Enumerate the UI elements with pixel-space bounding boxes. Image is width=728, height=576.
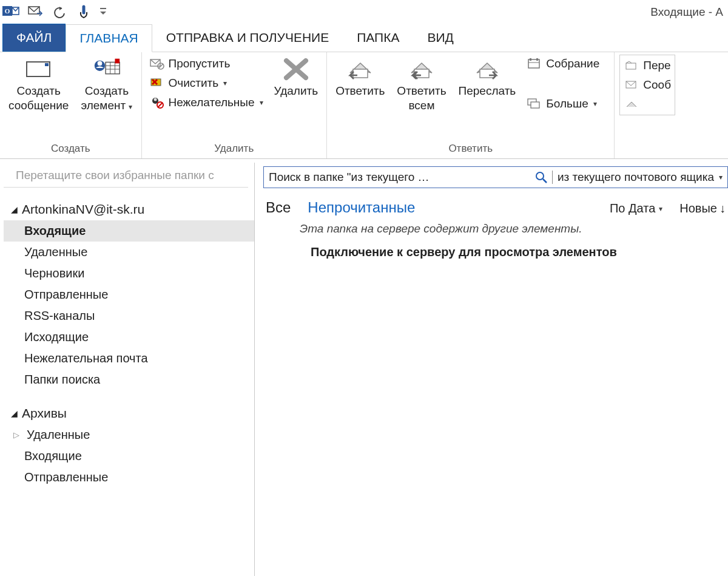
new-mail-label-2: сообщение <box>8 98 69 113</box>
quickstep-item[interactable]: Пере <box>621 58 673 73</box>
reply-icon <box>345 57 376 81</box>
meeting-button[interactable]: Собрание <box>524 56 609 72</box>
folder-rss[interactable]: RSS-каналы <box>4 305 254 327</box>
send-receive-icon[interactable] <box>27 4 44 21</box>
search-bar: Поиск в папке "из текущего … из текущего… <box>263 166 728 188</box>
reply-button[interactable]: Ответить <box>332 55 388 100</box>
ribbon-group-respond: Ответить Ответить всем Переслать <box>327 52 615 158</box>
folder-inbox[interactable]: Входящие <box>4 220 254 242</box>
svg-rect-33 <box>536 58 538 61</box>
more-respond-button[interactable]: Больше▾ <box>524 96 609 112</box>
forward-icon <box>472 57 502 81</box>
filter-all[interactable]: Все <box>266 199 291 216</box>
svg-line-39 <box>543 179 547 183</box>
svg-rect-35 <box>531 102 539 108</box>
ribbon-group-create: Создать сообщение Создать элемент ▾ Созд… <box>0 52 142 158</box>
reply-all-button[interactable]: Ответить всем <box>393 55 450 114</box>
folder-label: Отправленные <box>24 288 108 302</box>
account-label: ArtonkinaNV@it-sk.ru <box>22 202 144 217</box>
new-mail-label-1: Создать <box>17 84 61 98</box>
folder-label: Нежелательная почта <box>24 351 148 365</box>
qat-dropdown-icon[interactable] <box>99 4 107 21</box>
tab-folder[interactable]: ПАПКА <box>343 24 413 52</box>
ignore-button[interactable]: Пропустить <box>147 56 266 72</box>
tab-view[interactable]: ВИД <box>413 24 467 52</box>
svg-rect-9 <box>106 62 120 73</box>
ribbon-group-delete: Пропустить Очистить▾ Нежелательные▾ <box>142 52 328 158</box>
filter-unread[interactable]: Непрочитанные <box>308 199 415 216</box>
folder-label: RSS-каналы <box>24 309 95 323</box>
sort-order-toggle[interactable]: Новые ↓ <box>679 202 726 215</box>
archive-deleted[interactable]: ▷ Удаленные <box>4 424 254 446</box>
connecting-message: Подключение к серверу для просмотра элем… <box>263 240 728 259</box>
delete-icon <box>281 57 311 81</box>
archives-node[interactable]: ◢ Архивы <box>4 390 254 424</box>
quickstep-item[interactable] <box>621 97 673 112</box>
folder-deleted[interactable]: Удаленные <box>4 242 254 263</box>
sort-by-dropdown[interactable]: По Дата ▾ <box>610 202 662 215</box>
archives-label: Архивы <box>22 406 67 421</box>
clean-icon <box>149 76 165 90</box>
quickstep-item[interactable]: Сооб <box>621 77 673 93</box>
new-mail-button[interactable]: Создать сообщение <box>5 55 72 114</box>
ribbon: Создать сообщение Создать элемент ▾ Созд… <box>0 52 728 159</box>
search-input[interactable]: Поиск в папке "из текущего … <box>264 171 553 184</box>
forward-label: Переслать <box>459 84 516 98</box>
svg-rect-36 <box>626 63 636 69</box>
svg-rect-30 <box>528 59 539 68</box>
svg-rect-14 <box>115 59 120 64</box>
ribbon-group-quicksteps: Пере Сооб <box>615 52 680 158</box>
quickstep-label: Сооб <box>643 78 671 92</box>
folder-outbox[interactable]: Исходящие <box>4 327 254 348</box>
search-scope-label: из текущего почтового ящика <box>558 171 714 184</box>
new-item-label-2: элемент <box>81 99 126 112</box>
window-title: Входящие - A <box>650 5 726 19</box>
folder-drafts[interactable]: Черновики <box>4 263 254 284</box>
mail-small-icon <box>624 98 639 111</box>
workspace: Перетащите свои избранные папки с ◢ Arto… <box>0 159 728 576</box>
group-label-quicksteps <box>646 141 649 157</box>
folder-pane: Перетащите свои избранные папки с ◢ Arto… <box>0 163 255 576</box>
tab-send-receive[interactable]: ОТПРАВКА И ПОЛУЧЕНИЕ <box>152 24 343 52</box>
forward-button[interactable]: Переслать <box>455 55 520 100</box>
folder-sent[interactable]: Отправленные <box>4 284 254 305</box>
svg-point-38 <box>536 172 544 180</box>
group-label-delete: Удалить <box>214 141 254 157</box>
archive-sent[interactable]: Отправленные <box>4 467 254 488</box>
new-item-button[interactable]: Создать элемент ▾ <box>77 55 136 114</box>
title-bar: O Входящие - A <box>0 0 728 23</box>
folder-search-folders[interactable]: Папки поиска <box>4 369 254 390</box>
meeting-icon <box>527 57 542 70</box>
folder-label: Удаленные <box>24 245 87 259</box>
folder-junk[interactable]: Нежелательная почта <box>4 348 254 369</box>
new-item-icon <box>92 57 122 81</box>
account-node[interactable]: ◢ ArtonkinaNV@it-sk.ru <box>4 198 254 220</box>
clean-button[interactable]: Очистить▾ <box>147 75 266 91</box>
undo-icon[interactable] <box>51 4 68 21</box>
junk-label: Нежелательные <box>169 96 255 109</box>
delete-button[interactable]: Удалить <box>271 55 322 100</box>
svg-rect-6 <box>45 63 49 66</box>
tab-home[interactable]: ГЛАВНАЯ <box>66 24 152 52</box>
search-scope-dropdown[interactable]: из текущего почтового ящика ▾ <box>553 171 727 184</box>
collapse-arrow-icon: ◢ <box>11 408 19 418</box>
dropdown-caret-icon: ▾ <box>127 103 132 111</box>
meeting-label: Собрание <box>546 57 599 70</box>
delete-label: Удалить <box>274 84 318 98</box>
tab-file[interactable]: ФАЙЛ <box>2 24 66 52</box>
more-label: Больше <box>546 97 588 110</box>
new-mail-icon <box>24 57 54 81</box>
new-item-label-1: Создать <box>85 84 129 98</box>
touch-mode-icon[interactable] <box>75 4 92 21</box>
expand-arrow-icon: ▷ <box>13 430 22 439</box>
collapse-arrow-icon: ◢ <box>11 205 19 214</box>
svg-line-24 <box>158 103 163 107</box>
dropdown-caret-icon: ▾ <box>659 205 662 213</box>
archive-inbox[interactable]: Входящие <box>4 446 254 467</box>
filter-bar: Все Непрочитанные По Дата ▾ Новые ↓ <box>263 188 728 219</box>
search-placeholder: Поиск в папке "из текущего … <box>269 171 430 184</box>
search-icon[interactable] <box>535 171 547 183</box>
quick-access-toolbar: O <box>2 4 107 21</box>
junk-button[interactable]: Нежелательные▾ <box>147 95 266 110</box>
mail-small-icon <box>624 78 639 92</box>
